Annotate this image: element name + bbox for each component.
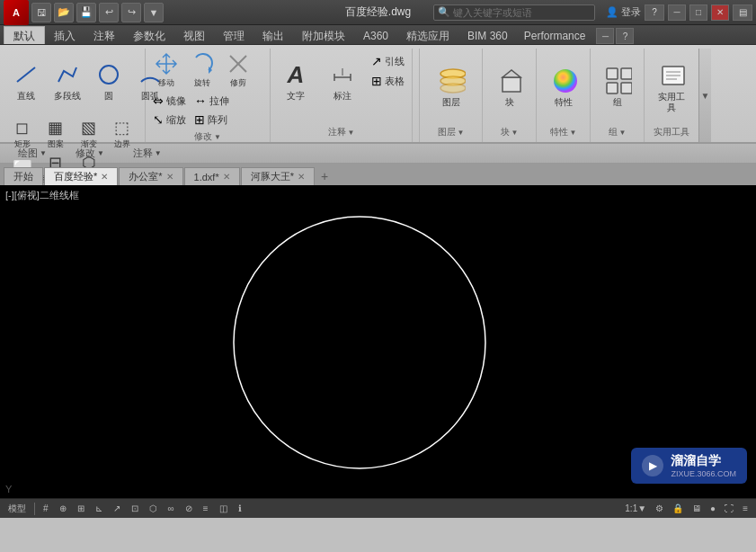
annot-text-btn[interactable]: A 文字 — [274, 50, 317, 111]
tab-output[interactable]: 输出 — [253, 26, 293, 44]
status-workspace[interactable]: ⚙ — [653, 503, 666, 513]
status-hash[interactable]: # — [40, 503, 51, 513]
ribbon-group-layers: 图层 图层 ▼ — [420, 49, 483, 142]
open-btn[interactable]: 📂 — [54, 3, 74, 22]
section-draw[interactable]: 绘图 ▼ — [4, 145, 61, 162]
new-btn[interactable]: 🖫 — [31, 3, 51, 22]
status-lineweight[interactable]: ≡ — [200, 503, 211, 513]
close-baidujingyan[interactable]: ✕ — [101, 172, 108, 182]
modify-trim-btn[interactable]: 修剪 — [221, 50, 255, 89]
annot-expand-icon[interactable]: ▼ — [348, 129, 355, 137]
redo-btn[interactable]: ↪ — [121, 3, 141, 22]
doc-tab-start[interactable]: 开始 — [4, 167, 43, 185]
status-annotation-scale[interactable]: 1:1▼ — [622, 503, 649, 513]
save-btn[interactable]: 💾 — [76, 3, 96, 22]
properties-expand-icon[interactable]: ▼ — [570, 129, 577, 137]
svg-line-0 — [17, 67, 35, 82]
layers-expand-icon[interactable]: ▼ — [458, 129, 465, 137]
status-transparency[interactable]: ◫ — [217, 503, 230, 513]
status-coords[interactable]: ⊕ — [57, 503, 69, 513]
status-divider — [34, 503, 35, 515]
status-tracking[interactable]: ∞ — [165, 503, 177, 513]
autocad-logo[interactable]: A — [4, 0, 29, 25]
block-icon — [495, 67, 524, 95]
layer-btn[interactable]: 图层 — [431, 51, 471, 123]
status-ui-lock[interactable]: 🔒 — [670, 503, 686, 513]
block-expand-icon[interactable]: ▼ — [511, 129, 519, 137]
tab-addons[interactable]: 附加模块 — [293, 26, 354, 44]
tab-performance[interactable]: Performance — [517, 26, 593, 44]
status-fullscreen[interactable]: ⛶ — [722, 503, 736, 513]
modify-expand-icon[interactable]: ▼ — [214, 133, 221, 141]
watermark-text-area: 溜溜自学 ZIXUE.3066.COM — [671, 453, 736, 478]
tab-parametric[interactable]: 参数化 — [124, 26, 174, 44]
status-grid[interactable]: ⊞ — [75, 503, 87, 513]
draw-circle-btn[interactable]: 圆 — [89, 50, 129, 111]
ribbon-expand-btn[interactable]: ▼ — [698, 49, 711, 142]
close-office[interactable]: ✕ — [166, 172, 173, 182]
status-allow[interactable]: ⊘ — [182, 503, 195, 513]
new-tab-btn[interactable]: + — [316, 167, 334, 185]
section-annotate[interactable]: 注释 ▼ — [119, 145, 176, 162]
draw-line-btn[interactable]: 直线 — [6, 50, 46, 111]
tab-bim360[interactable]: BIM 360 — [458, 26, 517, 44]
tab-manage[interactable]: 管理 — [214, 26, 253, 44]
tab-featured[interactable]: 精选应用 — [397, 26, 458, 44]
tab-view[interactable]: 视图 — [174, 26, 214, 44]
minimize-btn[interactable]: ─ — [668, 4, 686, 21]
status-ortho[interactable]: ⊾ — [93, 503, 105, 513]
close-btn[interactable]: ✕ — [711, 4, 729, 21]
modify-scale-btn[interactable]: ⤡ 缩放 — [149, 111, 190, 129]
annot-table-btn[interactable]: ⊞ 表格 — [368, 72, 408, 90]
modify-move-btn[interactable]: 移动 — [149, 50, 183, 89]
modify-stretch-btn[interactable]: ↔ 拉伸 — [191, 92, 233, 110]
group-btn[interactable]: 组 — [598, 51, 637, 123]
tab-insert[interactable]: 插入 — [45, 26, 84, 44]
status-quickprop[interactable]: ℹ — [236, 503, 245, 513]
draw-polyline-btn[interactable]: 多段线 — [48, 50, 87, 111]
undo-btn[interactable]: ↩ — [99, 3, 119, 22]
properties-btn[interactable]: 特性 — [544, 51, 583, 123]
block-btn[interactable]: 块 — [490, 51, 529, 123]
status-customize[interactable]: ≡ — [740, 503, 751, 513]
status-3dsnap[interactable]: ⬡ — [147, 503, 160, 513]
annot-dim-btn[interactable]: 标注 — [321, 50, 364, 111]
utilities-btn[interactable]: 实用工具 — [652, 51, 691, 123]
search-bar[interactable]: 🔍 — [433, 4, 595, 21]
extras-btn[interactable]: ▤ — [733, 4, 752, 21]
ribbon-sections: 绘图 ▼ 修改 ▼ 注释 ▼ — [0, 144, 756, 164]
help-btn[interactable]: ? — [645, 4, 664, 21]
more-btn[interactable]: ▼ — [144, 3, 164, 22]
scale-icon: ⤡ — [153, 112, 164, 127]
title-bar: A 🖫 📂 💾 ↩ ↪ ▼ 百度经验.dwg 🔍 👤 登录 ? ─ □ ✕ ▤ — [0, 0, 756, 25]
doc-tab-heton[interactable]: 河豚大王* ✕ — [241, 167, 315, 185]
annot-leader-btn[interactable]: ↗ 引线 — [368, 52, 408, 70]
ribbon-minimize[interactable]: ─ — [596, 28, 614, 44]
modify-mirror-btn[interactable]: ⇔ 镜像 — [149, 92, 190, 110]
status-isolate[interactable]: ● — [707, 503, 718, 513]
group-expand-icon[interactable]: ▼ — [619, 129, 627, 137]
close-1dxf[interactable]: ✕ — [223, 172, 230, 182]
doc-tab-1dxf[interactable]: 1.dxf* ✕ — [184, 167, 240, 185]
doc-tab-office[interactable]: 办公室* ✕ — [119, 167, 182, 185]
section-modify[interactable]: 修改 ▼ — [61, 145, 119, 162]
doc-tab-baidujingyan[interactable]: 百度经验* ✕ — [44, 167, 118, 185]
maximize-btn[interactable]: □ — [689, 4, 707, 21]
modify-array-btn[interactable]: ⊞ 阵列 — [191, 111, 231, 129]
ribbon-help[interactable]: ? — [616, 28, 634, 44]
tab-annotate[interactable]: 注释 — [84, 26, 124, 44]
tab-a360[interactable]: A360 — [354, 26, 397, 44]
close-heton[interactable]: ✕ — [298, 172, 305, 182]
status-hardware[interactable]: 🖥 — [689, 503, 704, 513]
tab-default[interactable]: 默认 — [4, 26, 45, 44]
status-model[interactable]: 模型 — [5, 503, 29, 515]
login-area[interactable]: 👤 登录 — [606, 5, 641, 19]
trim-icon — [225, 50, 252, 77]
svg-point-14 — [554, 69, 577, 93]
drawn-circle — [234, 217, 485, 468]
status-snap[interactable]: ⊡ — [129, 503, 141, 513]
search-input[interactable] — [453, 7, 579, 18]
status-polar[interactable]: ↗ — [111, 503, 123, 513]
drawing-area[interactable]: [-][俯视]二维线框 ▶ 溜溜自学 ZIXUE.3066.COM Y — [0, 185, 756, 498]
modify-rotate-btn[interactable]: 旋转 — [185, 50, 219, 89]
